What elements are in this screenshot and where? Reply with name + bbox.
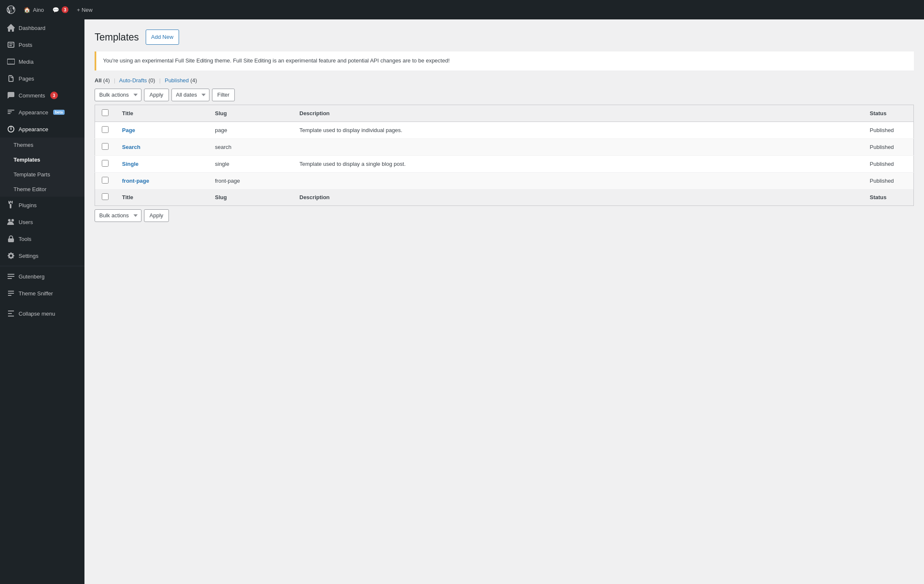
notice-bar: You're using an experimental Full Site E… [95,51,914,70]
wp-logo-item[interactable] [7,5,15,14]
filter-all[interactable]: All [95,77,102,84]
row-slug-cell: search [208,138,293,155]
comment-icon: 💬 [52,7,59,13]
sidebar-item-theme-editor[interactable]: Theme Editor [0,182,84,197]
template-parts-label: Template Parts [14,171,50,178]
tools-icon [7,235,15,243]
appearance-submenu: Themes Templates Template Parts Theme Ed… [0,138,84,197]
sidebar-item-site-editor[interactable]: Appearance beta [0,104,84,121]
main-content: Templates Add New You're using an experi… [84,19,924,584]
row-checkbox[interactable] [102,177,109,184]
templates-label: Templates [14,157,40,163]
row-checkbox[interactable] [102,160,109,167]
row-slug-cell: front-page [208,172,293,189]
row-title-cell: Page [115,122,208,138]
row-title-link[interactable]: Search [122,144,140,150]
bulk-actions-select[interactable]: Bulk actions Delete [95,89,141,101]
header-status: Status [863,105,914,122]
comments-item[interactable]: 💬 3 [52,6,68,13]
page-header: Templates Add New [95,30,914,45]
footer-checkbox-col [95,189,116,206]
sidebar-item-themes[interactable]: Themes [0,138,84,152]
sidebar-item-label: Comments [19,92,45,99]
sidebar-item-theme-sniffer[interactable]: Theme Sniffer [0,285,84,302]
sidebar-item-label: Settings [19,253,38,259]
filter-all-count: (4) [103,77,110,84]
new-label: + New [77,7,92,13]
row-slug-cell: single [208,155,293,172]
comments-icon [7,91,15,100]
row-status-cell: Published [863,155,914,172]
admin-bar: 🏠 Aino 💬 3 + New [0,0,924,19]
bulk-actions-select-bottom[interactable]: Bulk actions Delete [95,209,141,222]
sidebar-item-pages[interactable]: Pages [0,70,84,87]
table-row: Search search Published [95,138,914,155]
sidebar-item-label: Gutenberg [19,273,44,280]
sort-title[interactable]: Title [122,110,133,116]
apply-button-bottom[interactable]: Apply [144,209,169,222]
filter-auto-drafts[interactable]: Auto-Drafts [119,77,147,84]
filter-published-count: (4) [190,77,197,84]
filter-published[interactable]: Published [165,77,189,84]
layout: Dashboard Posts Media Pages Comments 3 A… [0,0,924,584]
media-icon [7,57,15,66]
appearance-icon [7,125,15,133]
sidebar-item-dashboard[interactable]: Dashboard [0,19,84,36]
row-status-cell: Published [863,172,914,189]
table-row: Single single Template used to display a… [95,155,914,172]
table-footer-row: Title Slug Description Status [95,189,914,206]
header-checkbox-col [95,105,116,122]
row-status-cell: Published [863,138,914,155]
row-title-cell: Search [115,138,208,155]
header-title: Title [115,105,208,122]
footer-description: Description [293,189,863,206]
sidebar-item-label: Tools [19,236,31,242]
row-description-cell [293,138,863,155]
sidebar-item-comments[interactable]: Comments 3 [0,87,84,104]
sidebar-item-label: Appearance [19,109,48,116]
collapse-menu[interactable]: Collapse menu [0,305,84,322]
sidebar-item-template-parts[interactable]: Template Parts [0,167,84,182]
bottom-toolbar: Bulk actions Delete Apply [95,209,914,222]
table-header-row: Title Slug Description Status [95,105,914,122]
sort-title-footer[interactable]: Title [122,194,133,200]
row-title-link[interactable]: Single [122,161,139,167]
sidebar-item-label: Appearance [19,126,48,132]
row-checkbox[interactable] [102,126,109,133]
sidebar-item-appearance[interactable]: Appearance [0,121,84,138]
add-new-button[interactable]: Add New [146,30,179,45]
apply-button-top[interactable]: Apply [144,89,169,101]
sidebar-item-settings[interactable]: Settings [0,247,84,264]
row-description-cell: Template used to display individual page… [293,122,863,138]
select-all-checkbox[interactable] [102,109,109,116]
row-title-link[interactable]: front-page [122,178,149,184]
sidebar-item-label: Media [19,59,33,65]
header-description: Description [293,105,863,122]
site-name-item[interactable]: 🏠 Aino [24,7,44,13]
plugins-icon [7,201,15,209]
filter-auto-drafts-count: (0) [148,77,155,84]
sidebar-item-plugins[interactable]: Plugins [0,197,84,214]
row-checkbox[interactable] [102,143,109,150]
collapse-label: Collapse menu [19,311,55,317]
comment-count-badge: 3 [62,6,68,13]
all-dates-select[interactable]: All dates [171,89,209,101]
new-item[interactable]: + New [77,7,92,13]
sidebar-item-gutenberg[interactable]: Gutenberg [0,268,84,285]
footer-slug: Slug [208,189,293,206]
row-checkbox-cell [95,122,116,138]
sidebar-item-label: Theme Sniffer [19,290,53,297]
dashboard-icon [7,24,15,32]
theme-sniffer-icon [7,289,15,297]
sidebar-item-media[interactable]: Media [0,53,84,70]
select-all-footer-checkbox[interactable] [102,193,109,200]
templates-table: Title Slug Description Status Page page … [95,105,914,206]
sidebar-item-users[interactable]: Users [0,214,84,230]
sidebar-item-posts[interactable]: Posts [0,36,84,53]
filter-button[interactable]: Filter [212,89,235,101]
users-icon [7,218,15,226]
row-title-link[interactable]: Page [122,127,135,133]
sidebar-item-tools[interactable]: Tools [0,230,84,247]
site-editor-icon [7,108,15,116]
sidebar-item-templates[interactable]: Templates [0,152,84,167]
